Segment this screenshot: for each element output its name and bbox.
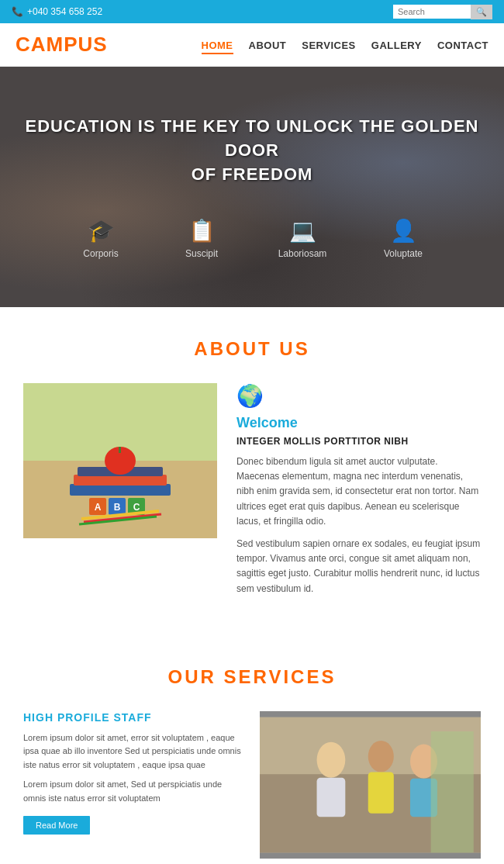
nav-item-gallery[interactable]: GALLERY — [371, 38, 422, 52]
nav-item-services[interactable]: SERVICES — [302, 38, 356, 52]
nav-item-contact[interactable]: CONTACT — [437, 38, 488, 52]
nav-links: HOME ABOUT SERVICES GALLERY CONTACT — [202, 38, 488, 52]
services-section: OUR SERVICES HIGH PROFILE STAFF Lorem ip… — [0, 635, 504, 864]
hero-icon-suscipit: 📋 Suscipit — [151, 218, 252, 259]
service-item-staff: HIGH PROFILE STAFF Lorem ipsum dolor sit… — [23, 711, 244, 859]
about-welcome-heading: Welcome — [236, 415, 481, 431]
svg-rect-3 — [74, 475, 167, 486]
service1-para2: Lorem ipsum dolor sit amet, Sed ut persp… — [23, 778, 244, 805]
service1-illustration — [260, 711, 481, 859]
services-grid: HIGH PROFILE STAFF Lorem ipsum dolor sit… — [23, 711, 481, 864]
hero-icon-corporis: 🎓 Corporis — [50, 218, 151, 259]
service1-heading: HIGH PROFILE STAFF — [23, 711, 244, 724]
about-title: ABOUT US — [23, 338, 481, 360]
search-input[interactable] — [393, 5, 471, 19]
hero-content: EDUCATION IS THE KEY TO UNLOCK THE GOLDE… — [0, 115, 504, 258]
hero-section: EDUCATION IS THE KEY TO UNLOCK THE GOLDE… — [0, 67, 504, 307]
svg-text:C: C — [133, 502, 140, 513]
svg-text:B: B — [114, 502, 121, 513]
service1-readmore-button[interactable]: Read More — [23, 816, 90, 835]
phone-text: +040 354 658 252 — [27, 6, 102, 17]
about-para1: Donec bibendum ligula sit amet auctor vu… — [236, 454, 481, 529]
phone-icon: 📞 — [12, 6, 23, 17]
person-icon: 👤 — [390, 218, 417, 244]
search-form: 🔍 — [393, 5, 492, 19]
clipboard-icon: 📋 — [188, 218, 216, 244]
svg-rect-2 — [70, 484, 171, 496]
search-button[interactable]: 🔍 — [471, 5, 492, 19]
service1-para1: Lorem ipsum dolor sit amet, error sit vo… — [23, 731, 244, 772]
laptop-icon: 💻 — [289, 218, 316, 244]
hero-icon-voluptate: 👤 Voluptate — [353, 218, 454, 259]
nav-item-home[interactable]: HOME — [202, 38, 233, 52]
about-img-placeholder: A B C — [23, 383, 217, 538]
top-bar: 📞 +040 354 658 252 🔍 — [0, 0, 504, 23]
svg-text:A: A — [95, 502, 102, 513]
about-illustration: A B C — [23, 383, 217, 538]
hero-icon-laboriosam: 💻 Laboriosam — [252, 218, 353, 259]
navbar: CAMPUS HOME ABOUT SERVICES GALLERY CONTA… — [0, 23, 504, 67]
about-content: A B C 🌍 Welcome INTEGER MOLLIS PORTTITOR… — [23, 383, 481, 604]
about-text-content: 🌍 Welcome INTEGER MOLLIS PORTTITOR NIBH … — [236, 383, 481, 604]
services-title: OUR SERVICES — [23, 666, 481, 688]
site-logo[interactable]: CAMPUS — [16, 33, 108, 57]
about-section: ABOUT US A — [0, 307, 504, 635]
about-subtitle: INTEGER MOLLIS PORTTITOR NIBH — [236, 436, 481, 447]
phone-number: 📞 +040 354 658 252 — [12, 6, 102, 17]
graduation-icon: 🎓 — [88, 218, 115, 244]
svg-rect-25 — [431, 731, 474, 852]
about-image: A B C — [23, 383, 217, 538]
svg-rect-6 — [119, 447, 121, 453]
hero-icon-row: 🎓 Corporis 📋 Suscipit 💻 Laboriosam 👤 Vol… — [0, 218, 504, 259]
nav-item-about[interactable]: ABOUT — [249, 38, 287, 52]
globe-icon: 🌍 — [236, 383, 481, 409]
service1-image — [260, 711, 481, 859]
hero-headline: EDUCATION IS THE KEY TO UNLOCK THE GOLDE… — [0, 115, 504, 186]
about-para2: Sed vestibulum sapien ornare ex sodales,… — [236, 537, 481, 596]
